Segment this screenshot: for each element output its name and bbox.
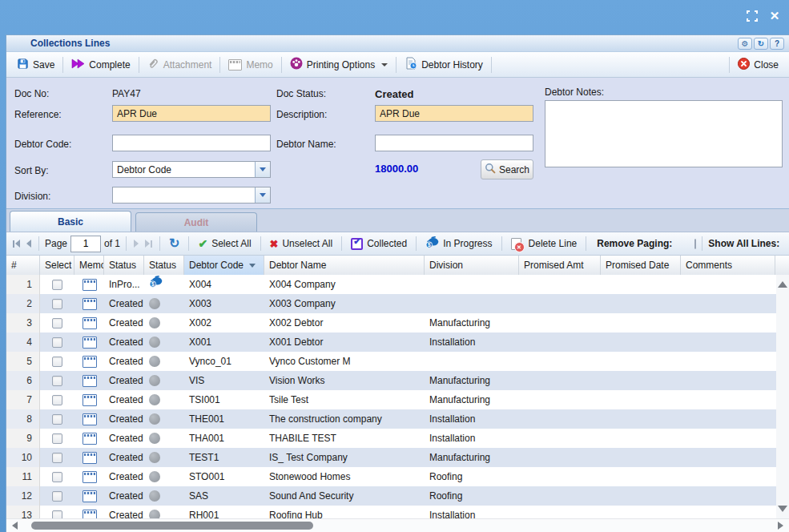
row-select-checkbox[interactable] <box>52 433 62 444</box>
memo-icon[interactable] <box>83 394 97 406</box>
row-select-checkbox[interactable] <box>52 357 62 367</box>
table-row[interactable]: 10CreatedTEST1IS_ Test CompanyManufactur… <box>6 448 776 467</box>
reference-field[interactable] <box>112 105 271 122</box>
row-select-checkbox[interactable] <box>52 414 62 425</box>
memo-icon[interactable] <box>83 337 97 349</box>
table-row[interactable]: 12CreatedSASSound And SecurityRoofing <box>6 486 776 506</box>
table-row[interactable]: 2CreatedX003X003 Company <box>6 294 776 313</box>
table-row[interactable]: 8CreatedTHE001The construction companyIn… <box>6 409 776 429</box>
memo-icon[interactable] <box>83 452 97 464</box>
row-number: 12 <box>6 486 40 506</box>
table-row[interactable]: 7CreatedTSI001Tsile TestManufacturing <box>6 390 776 409</box>
status-text-cell: Created <box>104 390 144 409</box>
memo-icon[interactable] <box>83 433 97 445</box>
table-row[interactable]: 3CreatedX002X002 DebtorManufacturing <box>6 313 776 332</box>
table-row[interactable]: 1InPro...$X004X004 Company <box>6 275 776 294</box>
tab-basic[interactable]: Basic <box>10 211 131 232</box>
debtor-history-button[interactable]: Debtor History <box>399 54 489 75</box>
debtor-notes-field[interactable] <box>545 100 783 167</box>
refresh-grid-button[interactable]: ↻ <box>166 236 183 251</box>
row-select-checkbox[interactable] <box>52 299 62 309</box>
toolbar-separator <box>62 57 63 73</box>
column-header-debtor-code[interactable]: Debtor Code <box>184 256 264 275</box>
row-select-checkbox[interactable] <box>52 472 62 482</box>
memo-icon[interactable] <box>83 375 97 387</box>
column-header-memo[interactable]: Memo <box>74 256 104 275</box>
attachment-button[interactable]: Attachment <box>142 55 218 75</box>
table-row[interactable]: 13CreatedRH001Roofing HubInstallation <box>6 506 776 518</box>
memo-icon[interactable] <box>83 490 97 502</box>
complete-button[interactable]: Complete <box>66 56 135 74</box>
row-select-checkbox[interactable] <box>52 395 62 405</box>
next-page-button[interactable] <box>132 238 140 249</box>
description-field[interactable] <box>375 105 533 122</box>
row-select-checkbox[interactable] <box>52 280 62 290</box>
collected-button[interactable]: Collected <box>348 236 410 252</box>
unselect-all-button[interactable]: ✖ Unselect All <box>267 236 336 252</box>
memo-icon[interactable] <box>83 317 97 329</box>
scroll-down-icon[interactable] <box>778 506 787 512</box>
settings-button[interactable]: ⚙ <box>738 38 752 50</box>
table-row[interactable]: 9CreatedTHA001THABILE TESTInstallation <box>6 429 776 448</box>
column-header-select[interactable]: Select <box>40 256 74 275</box>
window-close-icon[interactable]: ✕ <box>768 10 781 22</box>
table-row[interactable]: 6CreatedVISVision WorksManufacturing <box>6 371 776 390</box>
row-select-checkbox[interactable] <box>52 318 62 328</box>
debtor-name-field[interactable] <box>375 135 533 151</box>
memo-button[interactable]: Memo <box>223 57 278 73</box>
row-select-checkbox[interactable] <box>52 510 62 519</box>
search-button[interactable]: Search <box>481 159 533 179</box>
help-button[interactable]: ? <box>770 38 784 50</box>
scroll-right-icon[interactable] <box>778 522 783 530</box>
in-progress-button[interactable]: $ In Progress <box>422 235 495 252</box>
printing-options-button[interactable]: Printing Options <box>284 54 393 75</box>
sort-by-dropdown[interactable]: Debtor Code <box>112 161 271 178</box>
row-select-checkbox[interactable] <box>52 376 62 386</box>
page-number-input[interactable] <box>70 236 101 252</box>
scroll-left-icon[interactable] <box>12 522 18 530</box>
table-row[interactable]: 11CreatedSTO001Stonewood HomesRoofing <box>6 467 776 486</box>
delete-line-button[interactable]: Delete Line <box>508 236 581 252</box>
debtor-code-cell: X003 <box>184 294 264 313</box>
memo-icon[interactable] <box>83 510 97 519</box>
table-row[interactable]: 5CreatedVynco_01Vynco Customer M <box>6 352 776 371</box>
promised-amt-cell <box>519 332 601 352</box>
vertical-scrollbar[interactable] <box>776 275 789 518</box>
column-header-promised-amt[interactable]: Promised Amt <box>519 256 601 275</box>
tab-audit[interactable]: Audit <box>135 212 257 232</box>
row-select-checkbox[interactable] <box>52 337 62 348</box>
close-button[interactable]: Close <box>732 55 784 75</box>
memo-icon[interactable] <box>83 356 97 368</box>
column-header-division[interactable]: Division <box>425 256 519 275</box>
select-all-button[interactable]: ✔ Select All <box>195 236 254 252</box>
first-page-button[interactable] <box>11 238 22 249</box>
promised-date-cell <box>601 486 681 506</box>
previous-page-button[interactable] <box>25 238 33 249</box>
column-header-comments[interactable]: Comments <box>681 256 775 275</box>
debtor-code-field[interactable] <box>112 135 271 151</box>
scroll-up-icon[interactable] <box>778 281 787 288</box>
division-dropdown[interactable] <box>112 187 271 204</box>
memo-icon[interactable] <box>83 298 97 310</box>
horizontal-scrollbar[interactable] <box>6 518 789 532</box>
row-select-checkbox[interactable] <box>52 491 62 502</box>
sort-by-dropdown-button[interactable] <box>255 162 270 177</box>
horizontal-scroll-thumb[interactable] <box>31 522 313 530</box>
memo-icon[interactable] <box>83 279 97 291</box>
select-cell <box>40 506 74 518</box>
column-header-row-number[interactable]: # <box>6 256 40 275</box>
column-header-status[interactable]: Status <box>104 256 144 275</box>
column-header-status-icon[interactable]: Status <box>144 256 184 275</box>
column-header-promised-date[interactable]: Promised Date <box>601 256 681 275</box>
refresh-panel-button[interactable]: ↻ <box>754 38 768 50</box>
column-header-debtor-name[interactable]: Debtor Name <box>264 256 425 275</box>
save-button[interactable]: Save <box>11 55 60 75</box>
division-dropdown-button[interactable] <box>255 187 270 203</box>
fullscreen-icon[interactable] <box>746 10 759 22</box>
table-row[interactable]: 4CreatedX001X001 DebtorInstallation <box>6 332 776 352</box>
row-select-checkbox[interactable] <box>52 453 62 463</box>
memo-icon[interactable] <box>83 471 97 483</box>
remove-paging-checkbox[interactable] <box>694 239 696 249</box>
memo-icon[interactable] <box>83 413 97 425</box>
last-page-button[interactable] <box>143 238 154 249</box>
